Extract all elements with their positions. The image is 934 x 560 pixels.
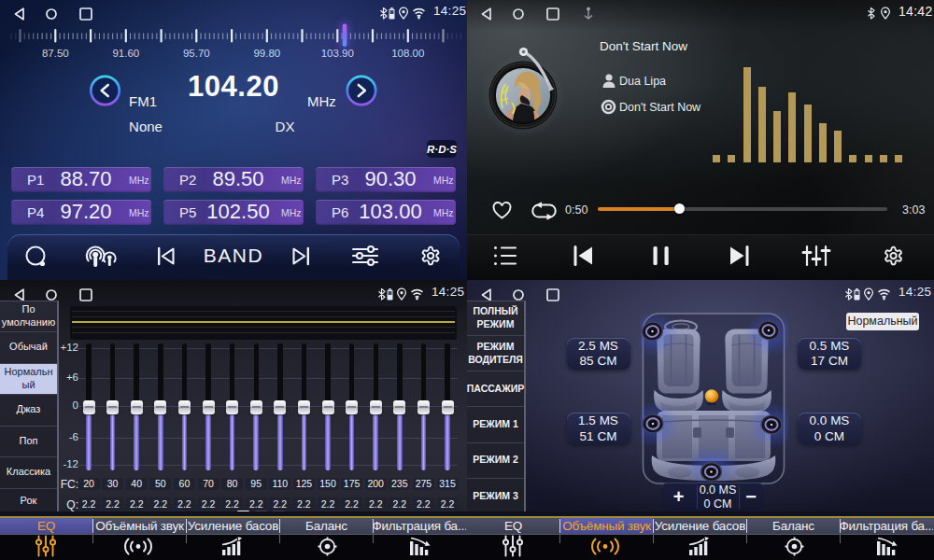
svg-text:BAND: BAND: [204, 245, 263, 266]
